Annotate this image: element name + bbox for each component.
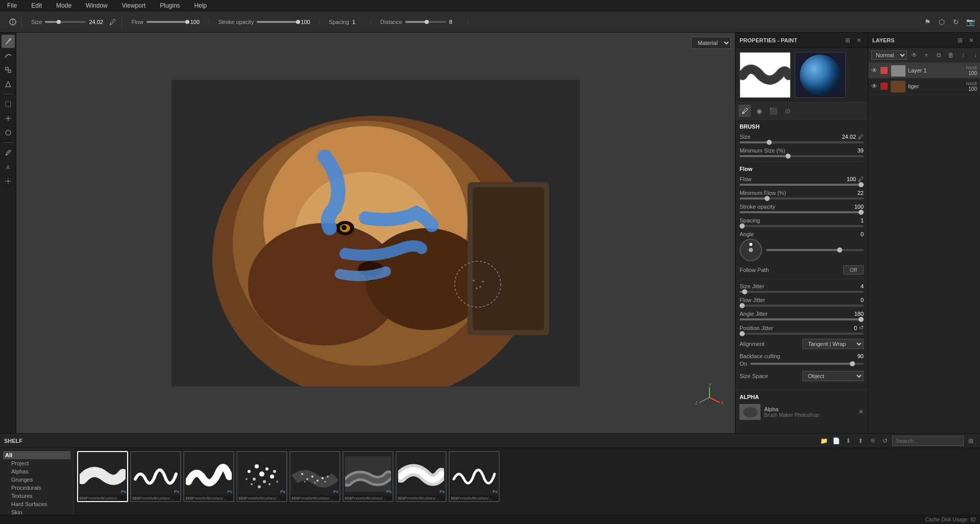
eyedropper-tool[interactable]: [2, 146, 15, 159]
viewport[interactable]: Material X Y Z: [16, 33, 735, 433]
select-tool[interactable]: [2, 97, 15, 111]
size-jitter-value: 4: [861, 283, 864, 289]
tab-material[interactable]: ◉: [753, 105, 765, 117]
position-jitter-icon[interactable]: ↺: [859, 325, 864, 331]
shelf-cat-hard-surfaces[interactable]: Hard Surfaces: [3, 500, 70, 508]
properties-close-icon[interactable]: ✕: [854, 36, 864, 45]
settings-tool[interactable]: [2, 174, 15, 188]
blend-mode-select[interactable]: Normal: [871, 51, 907, 60]
brush-item-0[interactable]: $$$Presets/Brushes/... Ps: [77, 451, 128, 502]
svg-point-58: [311, 476, 313, 478]
material-select[interactable]: Material: [691, 37, 731, 49]
flag-icon[interactable]: ⚑: [922, 16, 933, 28]
shelf-cat-project[interactable]: Project: [3, 459, 70, 467]
follow-path-toggle[interactable]: Off: [843, 265, 864, 275]
svg-point-56: [301, 473, 303, 475]
menu-edit[interactable]: Edit: [28, 1, 45, 10]
flow-prop-slider[interactable]: [740, 184, 864, 186]
angle-jitter-slider[interactable]: [740, 318, 864, 320]
brush-section-title: BRUSH: [740, 123, 864, 130]
text-tool[interactable]: A: [2, 160, 15, 173]
stroke-opacity-slider[interactable]: [257, 21, 298, 23]
sculpt-tool[interactable]: [2, 126, 15, 139]
backface-slider[interactable]: [750, 363, 864, 365]
shelf-export-icon[interactable]: ⬆: [855, 436, 866, 446]
angle-slider[interactable]: [766, 249, 864, 251]
flow-slider[interactable]: [146, 21, 187, 23]
shelf-search-input[interactable]: [892, 436, 964, 446]
brush-item-5[interactable]: $$$Presets/Brushes/... Ps: [342, 451, 394, 502]
min-size-prop-value: 39: [857, 147, 864, 154]
size-slider[interactable]: [45, 21, 86, 23]
layer-item-0[interactable]: 👁 Layer 1 NMdt 100: [868, 63, 980, 79]
brush-item-3[interactable]: $$$Presets/Brushes/... Ps: [236, 451, 287, 502]
properties-expand-icon[interactable]: ⊞: [843, 36, 852, 45]
transform-tool[interactable]: [2, 112, 15, 125]
shelf-filter-icon[interactable]: ⚟: [868, 436, 878, 446]
brush-item-6[interactable]: $$$Presets/Brushes/... Ps: [396, 451, 447, 502]
angle-dial[interactable]: [740, 239, 762, 261]
shelf-cat-skin[interactable]: Skin: [3, 508, 70, 515]
shelf-import-icon[interactable]: ⬇: [843, 436, 853, 446]
min-flow-prop-slider[interactable]: [740, 197, 864, 199]
shelf-cat-all[interactable]: All: [3, 451, 70, 459]
brush-item-4[interactable]: $$$Presets/Brushes/... Ps: [289, 451, 340, 502]
fill-tool[interactable]: [2, 78, 15, 91]
shelf-cat-procedurals[interactable]: Procedurals: [3, 484, 70, 492]
brush-item-7[interactable]: $$$Presets/Brushes/... Ps: [449, 451, 500, 502]
menu-viewport[interactable]: Viewport: [119, 1, 149, 10]
size-edit-icon[interactable]: 🖊: [858, 134, 864, 140]
size-lock-icon[interactable]: 🖊: [107, 16, 118, 28]
tab-brush[interactable]: 🖊: [739, 105, 751, 117]
menu-help[interactable]: Help: [191, 1, 210, 10]
spacing-prop-slider[interactable]: [740, 225, 864, 227]
flow-edit-icon[interactable]: 🖊: [858, 176, 864, 182]
layer-duplicate-icon[interactable]: ⧉: [934, 50, 944, 60]
layer-add-icon[interactable]: +: [921, 50, 932, 60]
camera-icon[interactable]: 📷: [965, 16, 976, 28]
menu-file[interactable]: File: [4, 1, 20, 10]
clone-tool[interactable]: [2, 63, 15, 77]
layer-eye-icon[interactable]: 👁: [909, 50, 919, 60]
layers-close-icon[interactable]: ✕: [967, 36, 976, 45]
layer-move-down-icon[interactable]: ↓: [970, 50, 980, 60]
min-size-prop-slider[interactable]: [740, 155, 864, 157]
layer-delete-icon[interactable]: 🗑: [946, 50, 956, 60]
menu-mode[interactable]: Mode: [53, 1, 75, 10]
brush-item-1[interactable]: $$$Presets/Brushes/... Ps: [130, 451, 181, 502]
symmetry-icon[interactable]: ⬡: [936, 16, 947, 28]
size-space-select[interactable]: Object: [802, 371, 864, 381]
layers-expand-icon[interactable]: ⊞: [955, 36, 965, 45]
shelf-refresh-icon[interactable]: ↺: [880, 436, 890, 446]
layer-item-1[interactable]: 👁 tiger NMdt 100: [868, 79, 980, 94]
shelf-new-folder-icon[interactable]: 📁: [819, 436, 829, 446]
smudge-tool[interactable]: [2, 49, 15, 62]
shelf-new-file-icon[interactable]: 📄: [831, 436, 841, 446]
size-prop-slider[interactable]: [740, 141, 864, 143]
layer-0-right: NMdt 100: [966, 65, 977, 76]
shelf-cat-textures[interactable]: Textures: [3, 492, 70, 500]
shelf-grid-icon[interactable]: ⊞: [966, 436, 976, 446]
shelf-cat-grunges[interactable]: Grunges: [3, 476, 70, 484]
layer-0-visibility[interactable]: 👁: [871, 67, 877, 74]
flow-jitter-slider[interactable]: [740, 305, 864, 307]
menu-plugins[interactable]: Plugins: [157, 1, 183, 10]
paint-brush-tool[interactable]: [2, 35, 15, 48]
tab-settings[interactable]: ⊙: [781, 105, 794, 117]
layer-move-up-icon[interactable]: ↑: [958, 50, 968, 60]
menu-window[interactable]: Window: [83, 1, 111, 10]
size-jitter-slider[interactable]: [740, 291, 864, 293]
distance-slider[interactable]: [405, 21, 446, 23]
position-jitter-slider[interactable]: [740, 333, 864, 335]
shelf-cat-alphas[interactable]: Alphas: [3, 467, 70, 476]
brush-6-ps-badge: Ps: [439, 489, 445, 494]
brush-item-2[interactable]: $$$Presets/Brushes/... Ps: [183, 451, 234, 502]
tab-render[interactable]: ⬛: [767, 105, 779, 117]
brush-tool-icon[interactable]: [7, 16, 18, 28]
alpha-close-button[interactable]: ✕: [859, 408, 864, 415]
rotate-icon[interactable]: ↻: [950, 16, 962, 28]
stroke-opacity-prop-slider[interactable]: [740, 211, 864, 213]
alignment-select[interactable]: Tangent | Wrap: [802, 339, 864, 349]
layer-1-visibility[interactable]: 👁: [871, 83, 877, 90]
svg-point-52: [276, 481, 278, 483]
